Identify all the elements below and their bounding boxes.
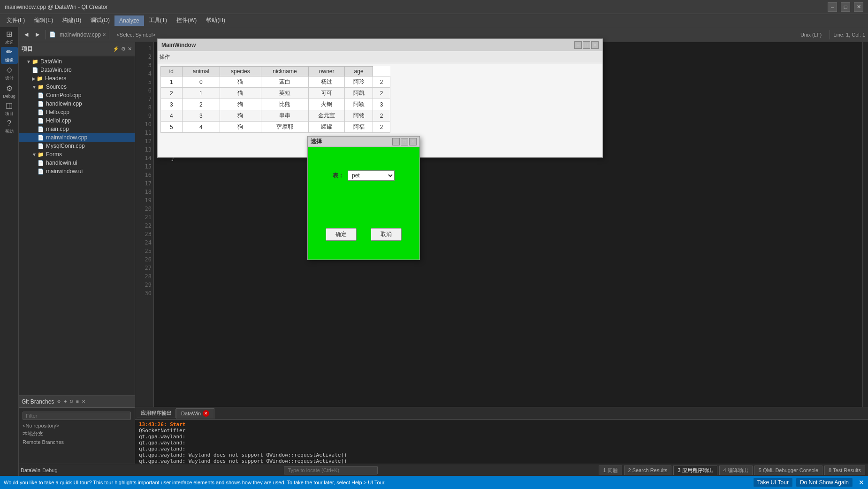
- tree-item-connpool[interactable]: 📄 ConnPool.cpp: [19, 91, 135, 99]
- git-options-icon[interactable]: ≡: [76, 399, 79, 404]
- tree-item-headers[interactable]: ▶ 📁 Headers: [19, 74, 135, 83]
- col-header-id: id: [161, 67, 183, 76]
- do-not-show-again-button[interactable]: Do Not Show Again: [796, 478, 853, 487]
- select-maximize-button[interactable]: □: [401, 138, 408, 145]
- bottom-tab-compile[interactable]: 4 编译输出: [719, 466, 753, 475]
- menu-tools[interactable]: 工具(T): [144, 15, 172, 26]
- toolbar-separator-2: [109, 30, 109, 39]
- close-button[interactable]: ✕: [854, 2, 863, 12]
- filter-icon[interactable]: ⚡: [113, 46, 119, 52]
- titlebar-title: mainwindow.cpp @ DataWin - Qt Creator: [5, 4, 108, 10]
- git-refresh-icon[interactable]: ↻: [69, 399, 73, 404]
- bottom-tab-test[interactable]: 8 Test Results: [824, 466, 865, 475]
- tree-item-forms[interactable]: ▼ 📁 Forms: [19, 150, 135, 159]
- tree-item-hello[interactable]: 📄 Hello.cpp: [19, 108, 135, 116]
- data-table: id animal species nickname owner age 1 0…: [160, 66, 390, 133]
- encoding-label: Unix (LF): [800, 32, 822, 38]
- main-window-minimize[interactable]: –: [574, 41, 582, 49]
- expand-root-icon: ▼: [26, 59, 31, 64]
- table-row[interactable]: 2 1 猫 英短 可可 阿凯 2: [161, 88, 390, 99]
- nav-forward-button[interactable]: ▶: [33, 31, 42, 38]
- main-window-close[interactable]: ✕: [591, 41, 599, 49]
- cell-species: 英短: [261, 88, 309, 99]
- bottom-tab-output[interactable]: 3 应用程序输出: [673, 466, 717, 475]
- nav-help[interactable]: ? 帮助: [1, 118, 18, 135]
- tree-item-sources[interactable]: ▼ 📁 Sources: [19, 83, 135, 91]
- nav-project[interactable]: ◫ 项目: [1, 100, 18, 117]
- bottom-tab-qml[interactable]: 5 QML Debugger Console: [754, 466, 822, 475]
- git-close-icon[interactable]: ✕: [82, 399, 85, 404]
- tree-root[interactable]: ▼ 📁 DataWin: [19, 57, 135, 66]
- select-dialog-content: 表： pet 确定 取消: [308, 147, 419, 260]
- git-panel-header: Git Branches ⚙ + ↻ ≡ ✕: [19, 396, 135, 408]
- nav-welcome[interactable]: ⊞ 欢迎: [1, 29, 18, 46]
- tree-item-mysqlconn[interactable]: 📄 MysqlConn.cpp: [19, 142, 135, 150]
- cell-animal: 猫: [220, 76, 261, 88]
- table-row[interactable]: 4 3 狗 串串 金元宝 阿铭 2: [161, 110, 390, 122]
- bottom-tab-issues[interactable]: 1 问题: [599, 466, 622, 475]
- tree-item-handlewinui[interactable]: 📄 handlewin.ui: [19, 159, 135, 167]
- tree-item-helloi[interactable]: 📄 HelloI.cpp: [19, 116, 135, 125]
- table-row[interactable]: 1 0 猫 蓝白 杨过 阿玲 2: [161, 76, 390, 88]
- select-minimize-button[interactable]: –: [392, 138, 400, 145]
- project-panel-title: 项目: [22, 45, 33, 53]
- line-num: 22: [135, 222, 152, 230]
- statusbar-left: Would you like to take a quick UI tour? …: [4, 480, 753, 485]
- minimize-button[interactable]: –: [828, 2, 837, 12]
- table-row[interactable]: 3 2 狗 比熊 火锅 阿颖 3: [161, 99, 390, 110]
- tree-item-main-label: main.cpp: [46, 126, 69, 132]
- tree-item-handlewin[interactable]: 📄 handlewin.cpp: [19, 99, 135, 108]
- tree-item-sources-label: Sources: [46, 84, 67, 90]
- tree-item-mainwindow[interactable]: 📄 mainwindow.cpp: [19, 133, 135, 142]
- ok-button[interactable]: 确定: [326, 228, 357, 241]
- bottom-tab-search[interactable]: 2 Search Results: [624, 466, 672, 475]
- menu-build[interactable]: 构建(B): [58, 15, 86, 26]
- nav-debug[interactable]: ⚙ Debug: [1, 83, 18, 99]
- toolbar-separator-1: [46, 30, 46, 39]
- statusbar-close-icon[interactable]: ✕: [859, 479, 864, 486]
- select-close-button[interactable]: ✕: [409, 138, 417, 145]
- type-to-locate-input[interactable]: [284, 466, 378, 474]
- titlebar: mainwindow.cpp @ DataWin - Qt Creator – …: [0, 0, 868, 14]
- menu-file[interactable]: 文件(F): [2, 15, 30, 26]
- tree-item-handlewinui-label: handlewin.ui: [46, 160, 77, 166]
- menu-debug[interactable]: 调试(D): [86, 15, 114, 26]
- output-line-1: 13:43:26: Start: [139, 421, 864, 428]
- main-window-controls: – □ ✕: [573, 41, 599, 49]
- output-line-4: qt.qpa.wayland:: [139, 440, 864, 446]
- pro-file-icon: 📄: [32, 67, 38, 73]
- menu-analyze[interactable]: Analyze: [114, 15, 144, 26]
- take-ui-tour-button[interactable]: Take UI Tour: [753, 478, 793, 487]
- debug-icon: ⚙: [6, 84, 13, 93]
- tree-item-main[interactable]: 📄 main.cpp: [19, 125, 135, 133]
- menu-help[interactable]: 帮助(H): [201, 15, 230, 26]
- table-row[interactable]: 5 4 狗 萨摩耶 罐罐 阿福 2: [161, 122, 390, 133]
- close-panel-icon[interactable]: ✕: [128, 46, 132, 52]
- maximize-button[interactable]: □: [841, 2, 850, 12]
- nav-edit[interactable]: ✏ 编辑: [1, 47, 18, 64]
- select-symbol[interactable]: <Select Symbol>: [113, 32, 159, 38]
- cancel-button[interactable]: 取消: [371, 228, 402, 241]
- tree-item-mysqlconn-label: MysqlConn.cpp: [46, 143, 85, 149]
- table-select-dropdown[interactable]: pet: [348, 170, 395, 181]
- menu-edit[interactable]: 编辑(E): [30, 15, 58, 26]
- main-window-maximize[interactable]: □: [583, 41, 590, 49]
- cell-nickname: 火锅: [309, 99, 345, 110]
- edit-icon: ✏: [6, 47, 12, 56]
- git-filter-input[interactable]: [23, 412, 131, 420]
- settings-icon[interactable]: ⚙: [121, 46, 126, 52]
- output-app-tab[interactable]: DataWin ✕: [176, 408, 214, 419]
- line-num: 28: [135, 272, 152, 281]
- git-settings-icon[interactable]: ⚙: [57, 399, 61, 404]
- line-num: 15: [135, 162, 152, 171]
- tree-item-mainwindowui[interactable]: 📄 mainwindow.ui: [19, 167, 135, 176]
- menu-controls[interactable]: 控件(W): [172, 15, 201, 26]
- nav-back-button[interactable]: ◀: [22, 31, 31, 38]
- line-num: 3: [135, 61, 152, 69]
- current-file-tab[interactable]: mainwindow.cpp ×: [60, 31, 106, 38]
- nav-design[interactable]: ◇ 设计: [1, 65, 18, 82]
- tree-item-pro[interactable]: 📄 DataWin.pro: [19, 66, 135, 74]
- col-header-age: age: [345, 67, 373, 76]
- git-add-icon[interactable]: +: [64, 399, 67, 404]
- git-repo-label: <No repository>: [19, 422, 135, 429]
